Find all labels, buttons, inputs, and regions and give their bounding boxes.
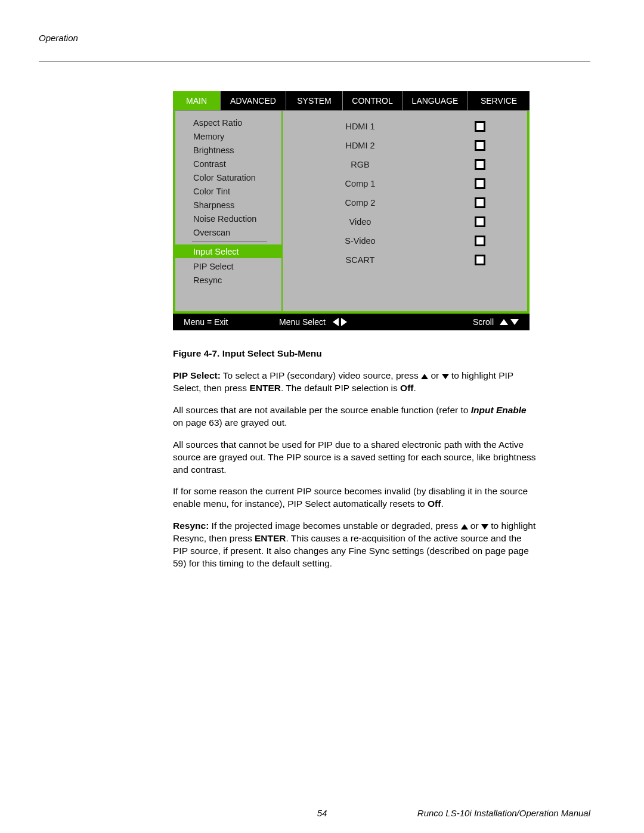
sidebar-item-input-select[interactable]: Input Select bbox=[175, 244, 281, 258]
text: on page 63) are grayed out. bbox=[173, 417, 287, 428]
sidebar-item-color-tint[interactable]: Color Tint bbox=[175, 184, 281, 198]
checkbox-icon[interactable] bbox=[475, 197, 485, 208]
input-row-comp1[interactable]: Comp 1 bbox=[306, 174, 503, 193]
input-label: Video bbox=[306, 217, 414, 227]
text: or bbox=[428, 370, 441, 380]
sidebar-item-color-saturation[interactable]: Color Saturation bbox=[175, 171, 281, 184]
sidebar-item-resync[interactable]: Resync bbox=[175, 273, 281, 287]
manual-title: Runco LS-10i Installation/Operation Manu… bbox=[417, 808, 590, 818]
page-number: 54 bbox=[317, 808, 327, 818]
sidebar-item-sharpness[interactable]: Sharpness bbox=[175, 198, 281, 212]
tab-service[interactable]: SERVICE bbox=[468, 91, 530, 111]
tab-main[interactable]: MAIN bbox=[173, 91, 221, 111]
triangle-up-icon bbox=[500, 319, 508, 325]
sidebar-item-contrast[interactable]: Contrast bbox=[175, 157, 281, 171]
enter-bold: ENTER bbox=[249, 383, 281, 393]
sidebar-item-memory[interactable]: Memory bbox=[175, 129, 281, 143]
tab-system[interactable]: SYSTEM bbox=[286, 91, 343, 111]
input-row-rgb[interactable]: RGB bbox=[306, 155, 503, 174]
input-label: RGB bbox=[306, 160, 414, 169]
footer-scroll-label: Scroll bbox=[473, 317, 494, 327]
checkbox-icon[interactable] bbox=[475, 178, 485, 189]
input-row-hdmi1[interactable]: HDMI 1 bbox=[306, 117, 503, 136]
footer-select-hint: Menu Select bbox=[279, 317, 440, 327]
paragraph-pip-invalid: If for some reason the current PIP sourc… bbox=[173, 485, 537, 510]
sidebar-divider bbox=[192, 241, 267, 242]
text: To select a PIP (secondary) video source… bbox=[221, 370, 421, 380]
lead-bold: PIP Select: bbox=[173, 370, 221, 380]
text: . The default PIP selection is bbox=[281, 383, 400, 393]
cross-ref: Input Enable bbox=[471, 405, 527, 415]
footer-scroll-hint: Scroll bbox=[440, 317, 530, 327]
osd-sidebar: Aspect Ratio Memory Brightness Contrast … bbox=[175, 111, 283, 311]
input-row-comp2[interactable]: Comp 2 bbox=[306, 193, 503, 212]
tab-control[interactable]: CONTROL bbox=[343, 91, 402, 111]
text: If for some reason the current PIP sourc… bbox=[173, 486, 528, 509]
paragraph-shared-path: All sources that cannot be used for PIP … bbox=[173, 439, 537, 476]
off-bold: Off bbox=[428, 498, 441, 509]
triangle-down-icon bbox=[510, 319, 519, 325]
paragraph-pip-select: PIP Select: To select a PIP (secondary) … bbox=[173, 370, 537, 395]
text: If the projected image becomes unstable … bbox=[209, 521, 460, 531]
content-area: MAIN ADVANCED SYSTEM CONTROL LANGUAGE SE… bbox=[173, 91, 537, 570]
checkbox-icon[interactable] bbox=[475, 121, 485, 132]
footer-exit-hint: Menu = Exit bbox=[173, 317, 279, 327]
checkbox-icon[interactable] bbox=[475, 216, 485, 227]
checkbox-icon[interactable] bbox=[475, 255, 485, 265]
sidebar-item-overscan[interactable]: Overscan bbox=[175, 225, 281, 239]
input-row-svideo[interactable]: S-Video bbox=[306, 231, 503, 250]
input-label: S-Video bbox=[306, 236, 414, 246]
sidebar-item-noise-reduction[interactable]: Noise Reduction bbox=[175, 212, 281, 225]
footer-select-label: Menu Select bbox=[279, 317, 326, 327]
input-label: Comp 1 bbox=[306, 179, 414, 188]
input-label: Comp 2 bbox=[306, 198, 414, 208]
tab-advanced[interactable]: ADVANCED bbox=[221, 91, 286, 111]
osd-body: Aspect Ratio Memory Brightness Contrast … bbox=[173, 111, 530, 314]
paragraph-resync: Resync: If the projected image becomes u… bbox=[173, 520, 537, 570]
input-label: HDMI 2 bbox=[306, 141, 414, 150]
input-label: HDMI 1 bbox=[306, 122, 414, 131]
enter-bold: ENTER bbox=[255, 533, 286, 543]
triangle-down-icon bbox=[481, 524, 488, 529]
off-bold: Off bbox=[400, 383, 413, 393]
sidebar-item-aspect-ratio[interactable]: Aspect Ratio bbox=[175, 116, 281, 129]
text: . bbox=[414, 383, 416, 393]
paragraph-sources-enable: All sources that are not available per t… bbox=[173, 404, 537, 429]
checkbox-icon[interactable] bbox=[475, 140, 485, 151]
triangle-down-icon bbox=[442, 374, 449, 379]
lead-bold: Resync: bbox=[173, 521, 209, 531]
sidebar-item-brightness[interactable]: Brightness bbox=[175, 143, 281, 157]
input-row-hdmi2[interactable]: HDMI 2 bbox=[306, 136, 503, 155]
text: All sources that are not available per t… bbox=[173, 405, 471, 415]
triangle-left-icon bbox=[333, 318, 339, 326]
checkbox-icon[interactable] bbox=[475, 159, 485, 170]
osd-tab-bar: MAIN ADVANCED SYSTEM CONTROL LANGUAGE SE… bbox=[173, 91, 530, 111]
header-rule bbox=[39, 61, 590, 61]
figure-caption: Figure 4-7. Input Select Sub-Menu bbox=[173, 348, 537, 359]
text: or bbox=[468, 521, 481, 531]
sidebar-item-pip-select[interactable]: PIP Select bbox=[175, 259, 281, 273]
input-row-scart[interactable]: SCART bbox=[306, 250, 503, 270]
tab-language[interactable]: LANGUAGE bbox=[402, 91, 468, 111]
text: . bbox=[441, 498, 443, 509]
osd-menu: MAIN ADVANCED SYSTEM CONTROL LANGUAGE SE… bbox=[173, 91, 530, 330]
input-row-video[interactable]: Video bbox=[306, 212, 503, 231]
section-header: Operation bbox=[39, 33, 590, 43]
input-label: SCART bbox=[306, 255, 414, 265]
checkbox-icon[interactable] bbox=[475, 236, 485, 246]
triangle-right-icon bbox=[341, 318, 347, 326]
osd-main-panel: HDMI 1 HDMI 2 RGB Comp 1 Comp 2 Video S-… bbox=[283, 111, 527, 311]
osd-footer: Menu = Exit Menu Select Scroll bbox=[173, 314, 530, 330]
triangle-up-icon bbox=[461, 524, 468, 529]
triangle-up-icon bbox=[421, 374, 428, 379]
